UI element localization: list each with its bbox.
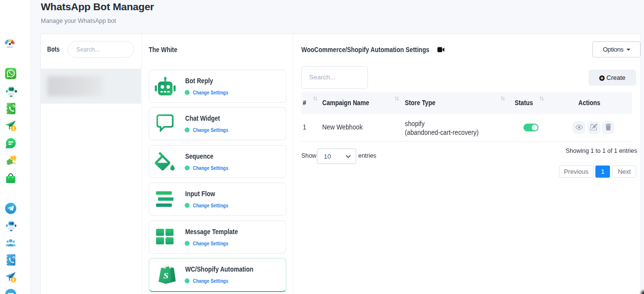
svg-text:1: 1 [12,126,15,131]
svg-text:S: S [163,271,169,280]
svg-text:1: 1 [12,277,15,282]
